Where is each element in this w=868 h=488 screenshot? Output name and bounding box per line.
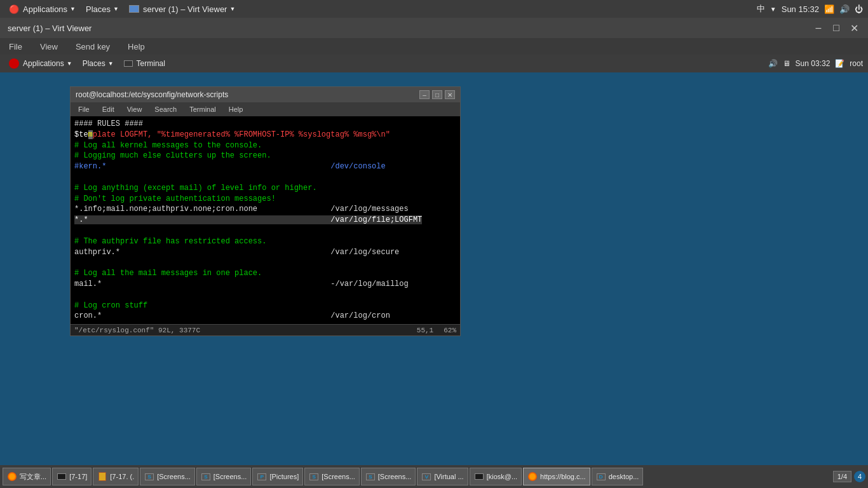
term-menu-file[interactable]: File [76,105,92,114]
content-line-12: # The authpriv file has restricted acces… [74,236,456,247]
virt-minimize-button[interactable]: – [812,22,825,34]
taskbar-item-pictures[interactable]: P [Pictures] [252,468,303,485]
content-line-14 [74,257,456,268]
terminal-maximize-button[interactable]: □ [432,90,442,99]
terminal-minimize-button[interactable]: – [419,90,430,99]
inner-applications-menu[interactable]: Applications ▼ [5,57,76,70]
redhat-icon [9,58,19,69]
taskbar-item-717[interactable]: [7-17] [52,468,92,485]
taskbar-item-screen3[interactable]: S [Screens... [304,468,360,485]
virt-close-button[interactable]: ✕ [848,22,860,34]
wifi-icon: 📶 [824,4,834,14]
virt-viewer-window: server (1) – Virt Viewer – □ ✕ File View… [0,18,868,488]
taskbar-item-firefox[interactable]: 写文章... [3,468,51,485]
content-line-15: # Log all the mail messages in one place… [74,268,456,279]
screen-icon-2: S [201,471,211,482]
screen-icon-3: S [309,471,319,482]
outer-places-menu[interactable]: Places ▼ [82,3,123,15]
virt-menu-help[interactable]: Help [124,41,149,53]
taskbar-item-717b[interactable]: [7-17. (. [93,468,139,485]
volume-icon: 🔊 [839,4,850,14]
content-line-1: #### RULES #### [74,119,456,130]
outer-circle-badge: 4 [854,471,865,482]
taskbar-label: 写文章... [20,472,46,482]
virt-titlebar: server (1) – Virt Viewer – □ ✕ [0,18,868,38]
terminal-statusbar: "/etc/rsyslog.conf" 92L, 3377C 55,1 62% [71,324,460,336]
term-menu-terminal[interactable]: Terminal [187,105,219,114]
terminal-close-button[interactable]: ✕ [445,90,455,99]
outer-page-counter: 1/4 [833,471,851,482]
term-menu-search[interactable]: Search [152,105,179,114]
virt-win-controls: – □ ✕ [812,22,860,34]
firefox-icon [7,471,17,482]
pictures-icon: P [257,471,267,482]
taskbar-item-screen4[interactable]: S [Screens... [361,468,416,485]
screen-icon-1: S [144,471,154,482]
desktop-icon-task: D [596,471,606,482]
content-line-5: #kern.* /dev/console [74,161,456,172]
content-line-6 [74,172,456,183]
terminal-icon [57,471,67,482]
outer-topbar-left: 🔴 Applications ▼ Places ▼ server (1) – V… [5,3,239,15]
input-dropdown[interactable]: ▼ [770,6,776,13]
terminal-title: root@localhost:/etc/sysconfig/network-sc… [76,90,228,99]
outer-window-menu[interactable]: server (1) – Virt Viewer ▼ [125,3,239,15]
taskbar-item-blog[interactable]: https://blog.c... [523,468,590,485]
power-icon[interactable]: ⏻ [855,4,863,14]
virt-menu-view[interactable]: View [36,41,62,53]
content-line-16: mail.* -/var/log/maillog [74,279,456,290]
terminal-content[interactable]: #### RULES #### $template LOGFMT, "%time… [71,116,460,324]
taskbar-item-screen1[interactable]: S [Screens... [140,468,195,485]
kiosk-icon [474,471,484,482]
terminal-cursor-pos: 55,1 [417,327,433,334]
outer-applications-menu[interactable]: 🔴 Applications ▼ [5,3,79,15]
outer-topbar: 🔴 Applications ▼ Places ▼ server (1) – V… [0,0,868,18]
term-menu-view[interactable]: View [125,105,145,114]
content-line-3: # Log all kernel messages to the console… [74,140,456,151]
terminal-file-info: "/etc/rsyslog.conf" 92L, 3377C [74,327,200,334]
inner-topbar: Applications ▼ Places ▼ Terminal 🔊 🖥 Sun… [0,55,868,72]
taskbar-item-screen2[interactable]: S [Screens... [196,468,252,485]
content-line-19: cron.* /var/log/cron [74,311,456,322]
taskbar-item-kiosk[interactable]: [kiosk@... [470,468,522,485]
inner-terminal-menu[interactable]: Terminal [120,58,169,69]
content-line-7: # Log anything (except mail) of level in… [74,183,456,194]
terminal-titlebar: root@localhost:/etc/sysconfig/network-sc… [71,87,460,102]
virt-menu-sendkey[interactable]: Send key [72,41,114,53]
content-line-10: *.* /var/log/file;LOGFMT [74,215,456,226]
virt-maximize-button[interactable]: □ [830,22,843,34]
content-line-4: # Logging much else clutters up the scre… [74,151,456,161]
content-line-18: # Log cron stuff [74,301,456,311]
virt-menu-file[interactable]: File [5,41,26,53]
taskbar-item-virtual[interactable]: V [Virtual ... [417,468,468,485]
outer-taskbar-right: 1/4 4 [833,471,865,482]
inner-topbar-left: Applications ▼ Places ▼ Terminal [5,57,169,70]
window-icon [129,5,139,13]
virt-menubar: File View Send key Help [0,38,868,55]
taskbar-item-desktop[interactable]: D desktop... [592,468,644,485]
terminal-controls: – □ ✕ [419,90,455,99]
input-icon: 中 [757,3,765,15]
terminal-icon [124,60,133,67]
file-icon [97,471,107,482]
inner-topbar-right: 🔊 🖥 Sun 03:32 📝 root [768,59,863,68]
term-menu-edit[interactable]: Edit [100,105,117,114]
inner-clock: Sun 03:32 [796,59,831,68]
inner-places-menu[interactable]: Places ▼ [79,58,118,69]
content-line-9: *.info;mail.none;authpriv.none;cron.none… [74,204,456,215]
outer-bottombar: 写文章... [7-17] [7-17. (. S [Screens... S … [0,465,868,488]
content-line-11 [74,226,456,236]
screen-icon-4: S [365,471,376,482]
virt-window-title: server (1) – Virt Viewer [8,24,92,33]
terminal-scroll-percent: 62% [444,327,456,334]
inner-volume-icon: 🔊 [768,59,778,68]
virtual-icon: V [421,471,431,482]
terminal-window: root@localhost:/etc/sysconfig/network-sc… [70,86,461,336]
term-menu-help[interactable]: Help [226,105,246,114]
content-line-2: $template LOGFMT, "%timegenerated% %FROM… [74,130,456,140]
inner-user: root [850,59,863,68]
content-line-13: authpriv.* /var/log/secure [74,247,456,258]
outer-topbar-right: 中 ▼ Sun 15:32 📶 🔊 ⏻ [757,3,863,15]
inner-note-icon: 📝 [835,59,844,68]
inner-desktop: Applications ▼ Places ▼ Terminal 🔊 🖥 Sun… [0,55,868,488]
